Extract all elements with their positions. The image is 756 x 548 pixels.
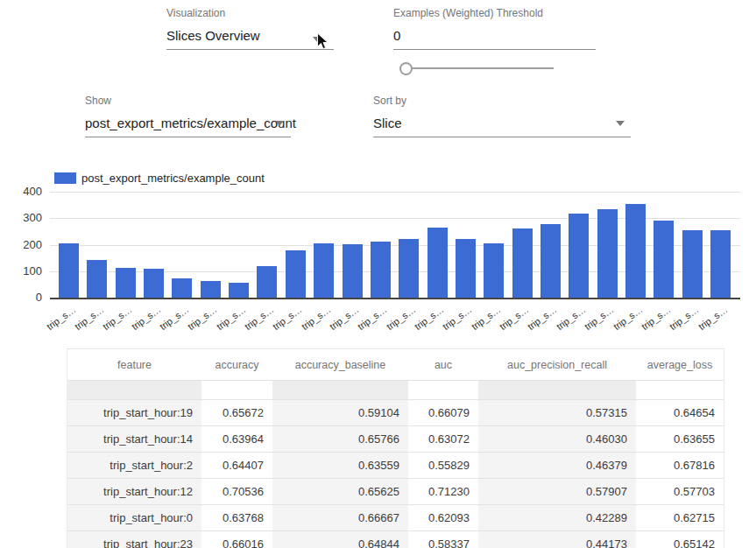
table-row[interactable]: trip_start_hour:120.705360.656250.712300…	[67, 478, 724, 504]
table-row[interactable]: trip_start_hour:230.660160.648440.583370…	[67, 530, 724, 548]
threshold-input[interactable]: Examples (Weighted) Threshold 0	[393, 7, 596, 50]
metric-cell: 0.66079	[408, 400, 478, 425]
bar[interactable]	[512, 228, 533, 298]
slider-track[interactable]	[411, 67, 554, 69]
metric-cell: 0.42289	[478, 505, 636, 530]
threshold-label: Examples (Weighted) Threshold	[393, 7, 596, 20]
chevron-down-icon[interactable]	[275, 121, 284, 126]
feature-cell: trip_start_hour:12	[67, 479, 201, 504]
column-header[interactable]: auc	[408, 359, 478, 371]
bar[interactable]	[314, 243, 334, 298]
bar[interactable]	[682, 230, 703, 298]
visualization-select[interactable]: Visualization Slices Overview	[166, 7, 334, 50]
bar[interactable]	[427, 228, 448, 298]
metric-cell: 0.65625	[272, 479, 408, 504]
y-tick-label: 400	[0, 185, 42, 199]
bar[interactable]	[172, 278, 192, 298]
metric-cell: 0.63768	[201, 505, 272, 530]
bar[interactable]	[286, 250, 306, 298]
metric-cell: 0.62715	[636, 505, 724, 530]
bar[interactable]	[371, 242, 391, 298]
metric-cell: 0.55829	[408, 453, 478, 478]
table-row[interactable]: trip_start_hour:00.637680.666670.620930.…	[67, 504, 724, 530]
bar[interactable]	[456, 239, 476, 298]
metric-cell: 0.59104	[272, 400, 408, 425]
column-filter-input[interactable]	[478, 381, 636, 399]
metric-cell: 0.66016	[201, 531, 272, 548]
table-body: trip_start_hour:190.656720.591040.660790…	[67, 399, 724, 548]
column-filter-input[interactable]	[408, 381, 478, 399]
threshold-slider[interactable]	[399, 62, 554, 75]
metric-cell: 0.70536	[201, 479, 272, 504]
sort-by-value[interactable]: Slice	[373, 116, 631, 137]
mouse-cursor-icon	[316, 32, 329, 51]
feature-cell: trip_start_hour:14	[67, 426, 201, 452]
column-header[interactable]: feature	[67, 359, 201, 371]
metrics-table: featureaccuracyaccuracy_baselineaucauc_p…	[67, 348, 724, 548]
table-row[interactable]: trip_start_hour:190.656720.591040.660790…	[67, 399, 724, 425]
show-value[interactable]: post_export_metrics/example_count	[85, 116, 291, 137]
column-filter-input[interactable]	[636, 381, 724, 399]
bar[interactable]	[116, 268, 136, 298]
metric-cell: 0.63964	[201, 426, 272, 452]
metric-cell: 0.46379	[478, 453, 636, 478]
column-filter-input[interactable]	[67, 381, 201, 399]
metric-cell: 0.63072	[408, 426, 478, 452]
metric-cell: 0.64407	[201, 453, 272, 478]
sort-by-select[interactable]: Sort by Slice	[373, 95, 631, 137]
metric-cell: 0.66667	[272, 505, 408, 530]
bar[interactable]	[59, 243, 79, 298]
column-header[interactable]: accuracy	[201, 359, 272, 371]
feature-cell: trip_start_hour:0	[67, 505, 201, 530]
metric-cell: 0.64844	[272, 531, 408, 548]
metric-cell: 0.65766	[272, 426, 408, 452]
bar[interactable]	[654, 221, 674, 298]
column-filter-input[interactable]	[201, 381, 272, 399]
table-row[interactable]: trip_start_hour:20.644070.635590.558290.…	[67, 452, 724, 478]
metric-cell: 0.44173	[478, 531, 636, 548]
y-tick-label: 300	[0, 211, 42, 225]
bar[interactable]	[710, 230, 731, 298]
bar[interactable]	[484, 243, 504, 298]
column-header[interactable]: auc_precision_recall	[478, 359, 636, 371]
visualization-value[interactable]: Slices Overview	[166, 29, 334, 50]
y-tick-label: 100	[0, 264, 42, 278]
metric-cell: 0.57703	[636, 479, 724, 504]
plot-area	[50, 192, 740, 299]
chevron-down-icon[interactable]	[616, 121, 625, 126]
table-row[interactable]: trip_start_hour:140.639640.657660.630720…	[67, 425, 724, 452]
bar[interactable]	[257, 266, 277, 298]
bar[interactable]	[399, 239, 419, 298]
threshold-value[interactable]: 0	[393, 29, 596, 50]
metric-cell: 0.62093	[408, 505, 478, 530]
sort-by-label: Sort by	[373, 95, 631, 108]
bar[interactable]	[569, 214, 589, 298]
metric-cell: 0.65672	[201, 400, 272, 425]
table-header-row: featureaccuracyaccuracy_baselineaucauc_p…	[67, 349, 724, 381]
metric-cell: 0.58337	[408, 531, 478, 548]
metric-cell: 0.65142	[636, 531, 724, 548]
bar[interactable]	[201, 281, 221, 298]
column-header[interactable]: average_loss	[636, 359, 724, 371]
bar[interactable]	[597, 209, 618, 298]
bar[interactable]	[229, 283, 249, 298]
bar[interactable]	[87, 260, 107, 298]
metric-cell: 0.57907	[478, 479, 636, 504]
table-filter-row	[67, 381, 724, 399]
column-header[interactable]: accuracy_baseline	[272, 359, 408, 371]
bar[interactable]	[343, 244, 363, 298]
y-tick-label: 0	[0, 291, 42, 305]
legend-swatch-icon	[54, 172, 76, 184]
show-select[interactable]: Show post_export_metrics/example_count	[85, 95, 291, 137]
bar[interactable]	[541, 224, 561, 298]
feature-cell: trip_start_hour:19	[67, 400, 201, 425]
metric-cell: 0.46030	[478, 426, 636, 452]
column-filter-input[interactable]	[272, 381, 408, 399]
bar[interactable]	[625, 204, 646, 298]
feature-cell: trip_start_hour:23	[67, 531, 201, 548]
y-tick-label: 200	[0, 238, 42, 252]
feature-cell: trip_start_hour:2	[67, 453, 201, 478]
metric-cell: 0.64654	[636, 400, 724, 425]
gridline	[50, 192, 740, 193]
bar[interactable]	[144, 269, 164, 298]
